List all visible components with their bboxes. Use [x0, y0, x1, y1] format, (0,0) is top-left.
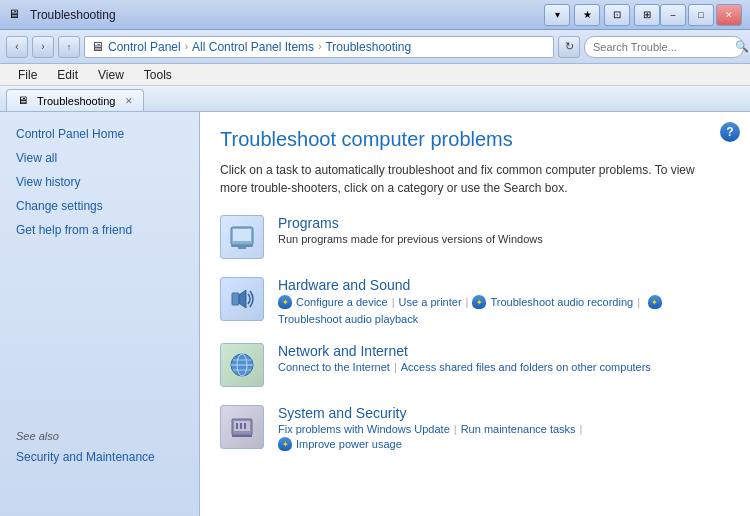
- up-button[interactable]: ↑: [58, 36, 80, 58]
- shield-icon-3: ✦: [648, 295, 662, 309]
- main-layout: Control Panel Home View all View history…: [0, 112, 750, 516]
- address-bar: ‹ › ↑ 🖥 Control Panel › All Control Pane…: [0, 30, 750, 64]
- path-all-items[interactable]: All Control Panel Items: [192, 40, 314, 54]
- menu-bar: File Edit View Tools: [0, 64, 750, 86]
- path-control-panel[interactable]: Control Panel: [108, 40, 181, 54]
- network-links: Connect to the Internet | Access shared …: [278, 361, 730, 373]
- category-network: Network and Internet Connect to the Inte…: [220, 343, 730, 387]
- hw-link-audio-record[interactable]: Troubleshoot audio recording: [490, 296, 633, 308]
- category-programs: Programs Run programs made for previous …: [220, 215, 730, 259]
- security-links-2: ✦ Improve power usage: [278, 437, 730, 451]
- forward-button[interactable]: ›: [32, 36, 54, 58]
- programs-content: Programs Run programs made for previous …: [278, 215, 730, 249]
- security-link-windows-update[interactable]: Fix problems with Windows Update: [278, 423, 450, 435]
- see-also-label: See also: [0, 418, 199, 446]
- sidebar-view-history[interactable]: View history: [0, 170, 199, 194]
- shield-icon-2: ✦: [472, 295, 486, 309]
- security-content: System and Security Fix problems with Wi…: [278, 405, 730, 451]
- tab-troubleshooting[interactable]: 🖥 Troubleshooting ✕: [6, 89, 144, 111]
- title-bar-toolbar: ▾ ★ ⊡ ⊞: [544, 4, 660, 26]
- network-content: Network and Internet Connect to the Inte…: [278, 343, 730, 373]
- security-title[interactable]: System and Security: [278, 405, 730, 421]
- hw-links: ✦ Configure a device | Use a printer | ✦…: [278, 295, 730, 325]
- security-link-maintenance[interactable]: Run maintenance tasks: [461, 423, 576, 435]
- toolbar-btn-camera[interactable]: ⊡: [604, 4, 630, 26]
- tab-icon: 🖥: [17, 94, 31, 108]
- path-troubleshooting[interactable]: Troubleshooting: [325, 40, 411, 54]
- svg-rect-2: [231, 245, 253, 247]
- network-link-shared[interactable]: Access shared files and folders on other…: [401, 361, 651, 373]
- network-title[interactable]: Network and Internet: [278, 343, 730, 359]
- menu-file[interactable]: File: [8, 66, 47, 84]
- refresh-button[interactable]: ↻: [558, 36, 580, 58]
- hw-title[interactable]: Hardware and Sound: [278, 277, 730, 293]
- maximize-button[interactable]: □: [688, 4, 714, 26]
- menu-view[interactable]: View: [88, 66, 134, 84]
- toolbar-btn-star[interactable]: ★: [574, 4, 600, 26]
- svg-rect-14: [236, 423, 238, 429]
- search-box[interactable]: 🔍: [584, 36, 744, 58]
- network-link-connect[interactable]: Connect to the Internet: [278, 361, 390, 373]
- menu-tools[interactable]: Tools: [134, 66, 182, 84]
- svg-rect-13: [232, 435, 252, 437]
- search-input[interactable]: [593, 41, 731, 53]
- programs-desc: Run programs made for previous versions …: [278, 233, 730, 245]
- network-icon: [220, 343, 264, 387]
- sidebar-get-help[interactable]: Get help from a friend: [0, 218, 199, 242]
- sidebar-security-maintenance[interactable]: Security and Maintenance: [0, 446, 199, 468]
- tab-label: Troubleshooting: [37, 95, 115, 107]
- hw-link-printer[interactable]: Use a printer: [399, 296, 462, 308]
- tab-bar: 🖥 Troubleshooting ✕: [0, 86, 750, 112]
- hw-content: Hardware and Sound ✦ Configure a device …: [278, 277, 730, 325]
- title-bar-icon: 🖥: [8, 7, 24, 23]
- sidebar-view-all[interactable]: View all: [0, 146, 199, 170]
- content-area: ? Troubleshoot computer problems Click o…: [200, 112, 750, 516]
- sidebar-change-settings[interactable]: Change settings: [0, 194, 199, 218]
- back-button[interactable]: ‹: [6, 36, 28, 58]
- svg-rect-4: [232, 293, 239, 305]
- security-link-power[interactable]: Improve power usage: [296, 438, 402, 450]
- svg-rect-16: [244, 423, 246, 429]
- shield-icon-4: ✦: [278, 437, 292, 451]
- window-controls: – □ ✕: [660, 4, 742, 26]
- toolbar-btn-down[interactable]: ▾: [544, 4, 570, 26]
- help-button[interactable]: ?: [720, 122, 740, 142]
- hw-link-audio-play[interactable]: Troubleshoot audio playback: [278, 313, 418, 325]
- path-icon: 🖥: [91, 39, 104, 54]
- tab-close-button[interactable]: ✕: [125, 96, 133, 106]
- shield-icon-1: ✦: [278, 295, 292, 309]
- title-bar: 🖥 Troubleshooting ▾ ★ ⊡ ⊞ – □ ✕: [0, 0, 750, 30]
- close-button[interactable]: ✕: [716, 4, 742, 26]
- page-title: Troubleshoot computer problems: [220, 128, 730, 151]
- address-path[interactable]: 🖥 Control Panel › All Control Panel Item…: [84, 36, 554, 58]
- programs-title[interactable]: Programs: [278, 215, 730, 231]
- title-bar-title: Troubleshooting: [30, 8, 544, 22]
- svg-marker-5: [239, 290, 246, 308]
- sidebar-control-panel-home[interactable]: Control Panel Home: [0, 122, 199, 146]
- svg-rect-3: [238, 247, 246, 249]
- search-icon: 🔍: [735, 40, 749, 53]
- hw-link-configure[interactable]: Configure a device: [296, 296, 388, 308]
- minimize-button[interactable]: –: [660, 4, 686, 26]
- security-icon: [220, 405, 264, 449]
- svg-rect-15: [240, 423, 242, 429]
- hw-sound-icon: [220, 277, 264, 321]
- svg-rect-1: [233, 229, 251, 241]
- category-security: System and Security Fix problems with Wi…: [220, 405, 730, 451]
- programs-icon: [220, 215, 264, 259]
- toolbar-btn-pin[interactable]: ⊞: [634, 4, 660, 26]
- sidebar: Control Panel Home View all View history…: [0, 112, 200, 516]
- page-description: Click on a task to automatically trouble…: [220, 161, 720, 197]
- security-links: Fix problems with Windows Update | Run m…: [278, 423, 730, 435]
- category-hardware: Hardware and Sound ✦ Configure a device …: [220, 277, 730, 325]
- menu-edit[interactable]: Edit: [47, 66, 88, 84]
